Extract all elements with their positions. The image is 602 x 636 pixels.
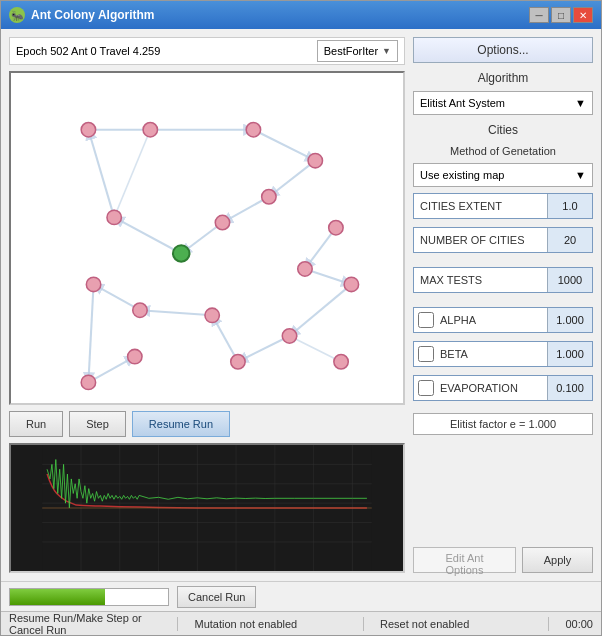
method-section-label: Method of Genetation bbox=[413, 145, 593, 157]
chart-svg bbox=[11, 445, 403, 571]
svg-point-32 bbox=[205, 308, 219, 322]
status-divider-1 bbox=[177, 617, 178, 631]
dropdown-arrow-icon: ▼ bbox=[382, 46, 391, 56]
progress-bar-container bbox=[9, 588, 169, 606]
beta-label: BETA bbox=[438, 348, 547, 360]
svg-point-35 bbox=[128, 349, 142, 363]
run-buttons-row: Run Step Resume Run bbox=[9, 411, 405, 437]
algorithm-dropdown[interactable]: Elitist Ant System ▼ bbox=[413, 91, 593, 115]
svg-point-20 bbox=[143, 123, 157, 137]
svg-point-37 bbox=[334, 355, 348, 369]
options-button[interactable]: Options... bbox=[413, 37, 593, 63]
graph-svg bbox=[11, 73, 403, 403]
window-title: Ant Colony Algorithm bbox=[31, 8, 155, 22]
svg-point-30 bbox=[86, 277, 100, 291]
chart-area bbox=[9, 443, 405, 573]
main-content: Epoch 502 Ant 0 Travel 4.259 BestForIter… bbox=[1, 29, 601, 581]
beta-row: BETA 1.000 bbox=[413, 341, 593, 367]
method-value: Use existing map bbox=[420, 169, 504, 181]
status-bar: Resume Run/Make Step or Cancel Run Mutat… bbox=[1, 611, 601, 635]
title-controls[interactable]: ─ □ ✕ bbox=[529, 7, 593, 23]
step-button[interactable]: Step bbox=[69, 411, 126, 437]
beta-checkbox[interactable] bbox=[418, 346, 434, 362]
algorithm-arrow-icon: ▼ bbox=[575, 97, 586, 109]
app-icon: 🐜 bbox=[9, 7, 25, 23]
alpha-label: ALPHA bbox=[438, 314, 547, 326]
num-cities-row: NUMBER OF CITIES 20 bbox=[413, 227, 593, 253]
dropdown-value: BestForIter bbox=[324, 45, 378, 57]
apply-button[interactable]: Apply bbox=[522, 547, 593, 573]
right-panel: Options... Algorithm Elitist Ant System … bbox=[413, 37, 593, 573]
max-tests-label: MAX TESTS bbox=[414, 274, 547, 286]
evaporation-row: EVAPORATION 0.100 bbox=[413, 375, 593, 401]
status-time: 00:00 bbox=[565, 618, 593, 630]
svg-point-22 bbox=[308, 153, 322, 167]
svg-point-23 bbox=[262, 190, 276, 204]
svg-point-29 bbox=[344, 277, 358, 291]
alpha-row: ALPHA 1.000 bbox=[413, 307, 593, 333]
close-button[interactable]: ✕ bbox=[573, 7, 593, 23]
alpha-value[interactable]: 1.000 bbox=[547, 308, 592, 332]
cities-extent-label: CITIES EXTENT bbox=[414, 200, 547, 212]
method-arrow-icon: ▼ bbox=[575, 169, 586, 181]
status-text-2: Mutation not enabled bbox=[194, 618, 346, 630]
svg-point-24 bbox=[215, 215, 229, 229]
best-for-iter-dropdown[interactable]: BestForIter ▼ bbox=[317, 40, 398, 62]
edit-ant-options-button: Edit Ant Options bbox=[413, 547, 516, 573]
svg-point-21 bbox=[246, 123, 260, 137]
num-cities-value[interactable]: 20 bbox=[547, 228, 592, 252]
status-divider-2 bbox=[363, 617, 364, 631]
status-text-1: Resume Run/Make Step or Cancel Run bbox=[9, 612, 161, 636]
beta-value[interactable]: 1.000 bbox=[547, 342, 592, 366]
status-text-3: Reset not enabled bbox=[380, 618, 532, 630]
num-cities-label: NUMBER OF CITIES bbox=[414, 234, 547, 246]
progress-bar-fill bbox=[10, 589, 105, 605]
title-bar-left: 🐜 Ant Colony Algorithm bbox=[9, 7, 155, 23]
svg-point-31 bbox=[133, 303, 147, 317]
alpha-checkbox[interactable] bbox=[418, 312, 434, 328]
svg-point-28 bbox=[298, 262, 312, 276]
algorithm-value: Elitist Ant System bbox=[420, 97, 505, 109]
svg-point-25 bbox=[329, 220, 343, 234]
evaporation-label: EVAPORATION bbox=[438, 382, 547, 394]
run-button[interactable]: Run bbox=[9, 411, 63, 437]
cities-extent-row: CITIES EXTENT 1.0 bbox=[413, 193, 593, 219]
main-window: 🐜 Ant Colony Algorithm ─ □ ✕ Epoch 502 A… bbox=[0, 0, 602, 636]
epoch-text: Epoch 502 Ant 0 Travel 4.259 bbox=[16, 45, 311, 57]
maximize-button[interactable]: □ bbox=[551, 7, 571, 23]
cancel-run-button[interactable]: Cancel Run bbox=[177, 586, 256, 608]
algorithm-section-label: Algorithm bbox=[413, 71, 593, 85]
svg-rect-0 bbox=[32, 73, 383, 403]
svg-point-34 bbox=[231, 355, 245, 369]
evaporation-value[interactable]: 0.100 bbox=[547, 376, 592, 400]
footer: Cancel Run bbox=[1, 581, 601, 611]
canvas-area bbox=[9, 71, 405, 405]
svg-point-33 bbox=[282, 329, 296, 343]
cities-section-label: Cities bbox=[413, 123, 593, 137]
svg-point-26 bbox=[107, 210, 121, 224]
status-divider-3 bbox=[548, 617, 549, 631]
minimize-button[interactable]: ─ bbox=[529, 7, 549, 23]
epoch-bar: Epoch 502 Ant 0 Travel 4.259 BestForIter… bbox=[9, 37, 405, 65]
svg-point-27 bbox=[173, 245, 190, 262]
svg-point-19 bbox=[81, 123, 95, 137]
resume-run-button[interactable]: Resume Run bbox=[132, 411, 230, 437]
elitist-bar: Elitist factor e = 1.000 bbox=[413, 413, 593, 435]
left-panel: Epoch 502 Ant 0 Travel 4.259 BestForIter… bbox=[9, 37, 405, 573]
svg-point-36 bbox=[81, 375, 95, 389]
elitist-label: Elitist factor e = 1.000 bbox=[450, 418, 556, 430]
title-bar: 🐜 Ant Colony Algorithm ─ □ ✕ bbox=[1, 1, 601, 29]
bottom-buttons: Edit Ant Options Apply bbox=[413, 547, 593, 573]
max-tests-value[interactable]: 1000 bbox=[547, 268, 592, 292]
method-dropdown[interactable]: Use existing map ▼ bbox=[413, 163, 593, 187]
max-tests-row: MAX TESTS 1000 bbox=[413, 267, 593, 293]
evaporation-checkbox[interactable] bbox=[418, 380, 434, 396]
cities-extent-value[interactable]: 1.0 bbox=[547, 194, 592, 218]
